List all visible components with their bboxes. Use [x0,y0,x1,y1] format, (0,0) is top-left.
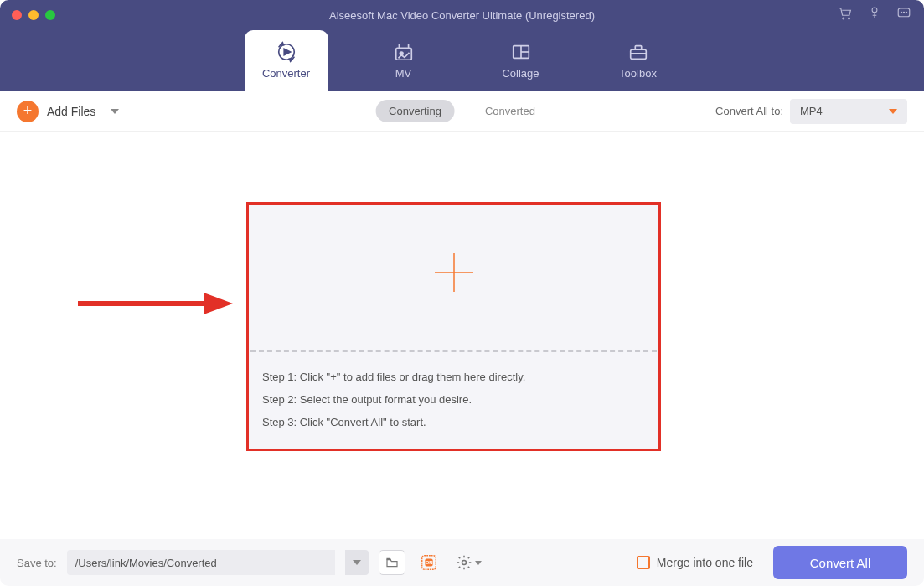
add-files-label: Add Files [47,105,95,118]
cart-icon[interactable] [837,6,854,24]
gpu-on-icon: ON [420,553,438,572]
svg-text:ON: ON [426,560,432,565]
save-path-field[interactable]: /Users/link/Movies/Converted [67,550,335,575]
tab-toolbox[interactable]: Toolbox [596,30,680,91]
tab-label: MV [395,67,412,80]
register-icon[interactable] [869,6,880,24]
chevron-down-icon [889,109,897,114]
svg-point-6 [906,12,906,13]
converter-icon [275,42,298,62]
add-files-button[interactable]: + Add Files [17,101,119,122]
toolbox-icon [627,42,650,62]
tab-label: Collage [502,67,539,80]
close-window-button[interactable] [12,10,22,20]
file-dropzone[interactable]: Step 1: Click "+" to add files or drag t… [246,202,661,451]
merge-label: Merge into one file [657,556,753,569]
svg-marker-8 [284,49,290,54]
tab-converter[interactable]: Converter [245,30,328,91]
svg-point-0 [843,18,844,19]
maximize-window-button[interactable] [45,10,55,20]
main-content-area: Step 1: Click "+" to add files or drag t… [0,132,924,539]
svg-point-4 [901,12,901,13]
instruction-step-2: Step 2: Select the output format you des… [262,393,645,406]
chevron-down-icon [353,560,361,565]
svg-rect-16 [630,49,646,59]
svg-rect-17 [635,46,641,50]
chevron-down-icon[interactable] [111,109,119,114]
annotation-arrow [74,291,233,316]
plus-icon: + [17,101,39,122]
converting-tab[interactable]: Converting [375,100,455,122]
gear-icon [456,554,472,571]
output-format-dropdown[interactable]: MP4 [790,99,907,124]
save-to-label: Save to: [17,557,57,569]
svg-point-26 [462,561,466,565]
svg-marker-9 [281,43,283,45]
add-plus-icon[interactable] [433,252,475,303]
format-selected-value: MP4 [800,105,823,117]
feedback-icon[interactable] [896,6,912,24]
collage-icon [509,42,533,62]
tab-mv[interactable]: MV [362,30,446,91]
svg-point-1 [849,18,850,19]
svg-marker-20 [204,293,233,314]
save-path-dropdown[interactable] [345,550,369,575]
merge-checkbox[interactable] [637,556,650,569]
converted-tab[interactable]: Converted [472,100,549,122]
instruction-step-1: Step 1: Click "+" to add files or drag t… [262,371,645,383]
settings-button[interactable] [452,550,485,575]
convert-all-button[interactable]: Convert All [773,546,907,579]
open-folder-button[interactable] [379,550,405,575]
instruction-step-3: Step 3: Click "Convert All" to start. [262,416,645,428]
app-title: Aiseesoft Mac Video Converter Ultimate (… [0,9,924,22]
svg-point-5 [903,12,904,13]
svg-marker-10 [289,59,292,61]
chevron-down-icon [475,561,482,565]
tab-collage[interactable]: Collage [479,30,563,91]
gpu-acceleration-button[interactable]: ON [416,550,442,575]
mv-icon [392,42,416,62]
tab-label: Toolbox [619,67,657,80]
tab-label: Converter [262,67,310,80]
svg-point-2 [872,8,877,13]
minimize-window-button[interactable] [28,10,39,20]
convert-all-to-label: Convert All to: [715,105,783,117]
window-controls[interactable] [12,10,55,20]
